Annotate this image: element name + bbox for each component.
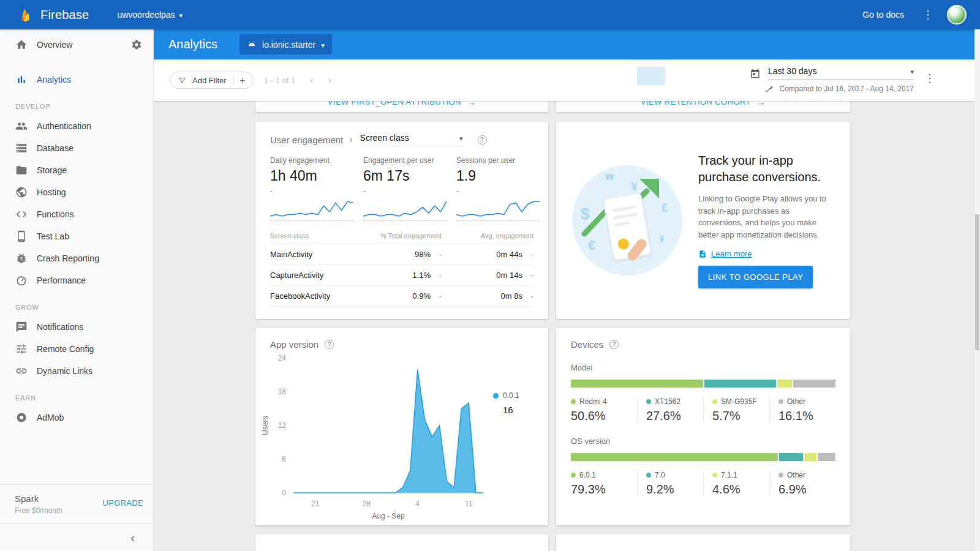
metric-sessions-per-user: Sessions per user1.9-	[456, 156, 540, 221]
sidebar-item-dynamic-links[interactable]: Dynamic Links	[0, 360, 153, 382]
sidebar-item-remote-config[interactable]: Remote Config	[0, 338, 153, 360]
sidebar-item-database[interactable]: Database	[0, 137, 153, 159]
sidebar-item-analytics[interactable]: Analytics	[0, 69, 153, 91]
project-name: uwvoordeelpas	[117, 10, 175, 20]
bar-segment-6-0-1	[571, 453, 778, 461]
legend-item-redmi-4: Redmi 450.6%	[571, 397, 637, 423]
avg-engagement-cell: 0m 44s-	[442, 250, 533, 259]
app-version-card: App version 061218242128411Aug - SepUser…	[255, 328, 548, 525]
brand-title[interactable]: Firebase	[40, 8, 89, 22]
top-app-bar: Firebase uwvoordeelpas Go to docs	[0, 0, 980, 29]
upgrade-button[interactable]: UPGRADE	[103, 498, 143, 508]
analytics-header: Analytics io.ionic.starter	[154, 29, 980, 59]
gear-icon[interactable]	[131, 39, 142, 50]
sidebar-item-authentication[interactable]: Authentication	[0, 115, 153, 137]
metric-sparkline	[270, 199, 353, 221]
compared-label: Compared to Jul 16, 2017 - Aug 14, 2017	[780, 84, 914, 93]
loading-placeholder	[637, 67, 665, 85]
sidebar-item-hosting[interactable]: Hosting	[0, 181, 153, 203]
legend-dot-icon	[778, 399, 783, 404]
chevron-down-icon	[459, 133, 463, 142]
scrollbar-thumb[interactable]	[975, 214, 979, 350]
legend-name-row: SM-G935F	[712, 397, 769, 406]
code-icon	[15, 208, 28, 220]
folder-icon	[15, 164, 28, 176]
user-engagement-card: User engagement Screen class Daily engag…	[255, 122, 548, 319]
document-icon	[698, 250, 707, 258]
promo-body: Linking to Google Play allows you to tra…	[698, 193, 834, 241]
offer-badge	[617, 238, 630, 250]
toolbar-menu-icon[interactable]	[924, 73, 935, 84]
chevron-right-icon	[349, 135, 352, 144]
bar-segment-xt1562	[704, 380, 777, 388]
sidebar-item-label: AdMob	[37, 413, 64, 422]
legend-percent: 27.6%	[646, 409, 703, 423]
chevron-down-icon	[321, 40, 325, 49]
sidebar-item-test-lab[interactable]: Test Lab	[0, 225, 153, 247]
sidebar-collapse-button[interactable]	[0, 523, 153, 551]
devices-legend: Redmi 450.6%XT156227.6%SM-G935F5.7%Other…	[571, 397, 835, 423]
sidebar-item-performance[interactable]: Performance	[0, 269, 153, 291]
bar-segment-7-0	[779, 453, 803, 461]
next-row-card	[556, 534, 850, 551]
project-selector[interactable]: uwvoordeelpas	[117, 10, 183, 20]
help-icon[interactable]	[609, 340, 619, 349]
svg-text:6: 6	[282, 455, 286, 463]
plan-box: Spark Free $0/month UPGRADE	[0, 484, 153, 523]
add-filter-button[interactable]: Add Filter	[170, 72, 254, 89]
devices-group-label: OS version	[571, 437, 835, 446]
sidebar-item-functions[interactable]: Functions	[0, 203, 153, 225]
sidebar-item-label: Performance	[37, 276, 86, 285]
link-to-google-play-button[interactable]: LINK TO GOOGLE PLAY	[698, 266, 813, 288]
chevron-down-icon	[910, 67, 914, 75]
sidebar-item-label: Hosting	[37, 187, 66, 197]
legend-dot-icon	[778, 473, 783, 478]
sidebar-item-notifications[interactable]: Notifications	[0, 316, 153, 338]
analytics-icon	[15, 73, 28, 86]
date-range-select[interactable]: Last 30 days	[768, 66, 914, 80]
avg-delta: -	[522, 271, 533, 280]
calendar-icon	[750, 68, 761, 79]
pagination-label: 1 - 1 of 1	[264, 76, 295, 85]
app-selector[interactable]: io.ionic.starter	[239, 34, 332, 54]
avatar[interactable]	[947, 5, 967, 24]
bug-icon	[15, 252, 28, 264]
metric-label: Sessions per user	[456, 156, 540, 165]
svg-text:28: 28	[363, 500, 371, 508]
column-header: % Total engagement	[356, 232, 442, 239]
legend-item-7-1-1: 7.1.14.6%	[703, 471, 769, 497]
sidebar-item-label: Authentication	[37, 121, 91, 131]
sidebar-item-label: Remote Config	[37, 344, 94, 354]
legend-name: Redmi 4	[579, 397, 607, 406]
dimension-select[interactable]: Screen class	[360, 133, 463, 146]
google-play-promo-card: $€¥£₩¥ Track your in-app purchase conver…	[556, 122, 850, 319]
collapse-icon	[130, 531, 135, 544]
database-icon	[15, 142, 28, 154]
page-title: Analytics	[168, 37, 217, 51]
sidebar-item-admob[interactable]: AdMob	[0, 407, 153, 429]
metric-sparkline	[363, 199, 447, 221]
learn-more-link[interactable]: Learn more	[698, 249, 834, 258]
globe-icon	[15, 186, 28, 198]
avg-engagement-cell: 0m 14s-	[442, 271, 533, 280]
overflow-menu-icon[interactable]	[922, 9, 933, 20]
legend-name: 7.0	[655, 471, 665, 479]
currency-symbol: £	[662, 201, 668, 215]
sidebar-section-label: GROW	[15, 304, 153, 311]
column-header: Avg. engagement	[442, 232, 533, 239]
avg-delta: -	[522, 291, 533, 301]
next-page-icon[interactable]	[328, 75, 331, 85]
sidebar-section-label: DEVELOP	[15, 103, 153, 110]
sidebar-item-crash-reporting[interactable]: Crash Reporting	[0, 247, 153, 269]
help-icon[interactable]	[478, 135, 487, 144]
legend-item-6-0-1: 6.0.179.3%	[571, 471, 637, 497]
help-icon[interactable]	[325, 340, 334, 349]
prev-page-icon[interactable]	[310, 75, 313, 85]
metric-label: Daily engagement	[270, 156, 353, 165]
sidebar-item-overview[interactable]: Overview	[0, 29, 153, 60]
bar-segment-other	[793, 380, 835, 388]
sidebar-item-storage[interactable]: Storage	[0, 159, 153, 181]
pct-value: 0.9%	[412, 291, 431, 301]
purchase-illustration: $€¥£₩¥	[572, 165, 682, 276]
go-to-docs-link[interactable]: Go to docs	[862, 10, 904, 20]
